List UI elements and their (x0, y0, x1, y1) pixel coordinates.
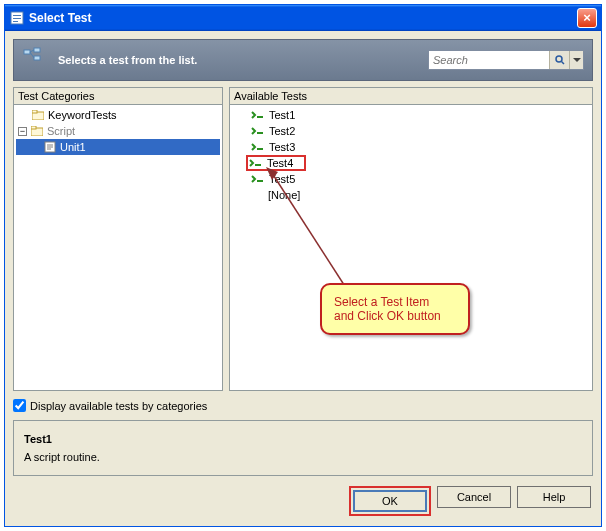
tree-item-script[interactable]: − Script (16, 123, 220, 139)
script-icon (250, 140, 266, 154)
app-icon (9, 10, 25, 26)
tree-label: KeywordTests (48, 109, 116, 121)
button-row: OK Cancel Help (13, 482, 593, 518)
svg-marker-11 (573, 58, 581, 62)
script-icon (250, 172, 266, 186)
collapse-icon[interactable]: − (18, 127, 27, 136)
ok-highlight: OK (349, 486, 431, 516)
tree-label: Script (47, 125, 75, 137)
test-label: [None] (268, 189, 300, 201)
search-dropdown[interactable] (569, 51, 583, 69)
test-item[interactable]: Test3 (232, 139, 590, 155)
svg-rect-2 (13, 18, 21, 19)
search-button[interactable] (549, 51, 569, 69)
categories-tree[interactable]: KeywordTests − Script Uni (14, 105, 222, 390)
select-test-dialog: Select Test × Selects a test from the li… (4, 4, 602, 527)
svg-rect-5 (34, 48, 40, 52)
svg-line-8 (30, 52, 34, 58)
test-item[interactable]: Test2 (232, 123, 590, 139)
cancel-button[interactable]: Cancel (437, 486, 511, 508)
svg-rect-1 (13, 15, 21, 16)
annotation-callout: Select a Test Item and Click OK button (320, 283, 470, 335)
categories-label: Test Categories (14, 88, 222, 105)
folder-icon (30, 109, 46, 121)
svg-rect-3 (13, 21, 18, 22)
tests-label: Available Tests (230, 88, 592, 105)
tree-item-unit1[interactable]: Unit1 (16, 139, 220, 155)
checkbox-input[interactable] (13, 399, 26, 412)
window-title: Select Test (29, 11, 577, 25)
header-text: Selects a test from the list. (58, 54, 428, 66)
display-by-categories-checkbox[interactable]: Display available tests by categories (13, 397, 593, 414)
tree-label: Unit1 (60, 141, 86, 153)
svg-rect-13 (32, 110, 37, 113)
script-icon (250, 108, 266, 122)
script-icon (248, 156, 264, 170)
ok-button[interactable]: OK (353, 490, 427, 512)
svg-rect-6 (34, 56, 40, 60)
test-item[interactable]: Test5 (232, 171, 590, 187)
info-title: Test1 (24, 433, 582, 445)
test-label: Test3 (269, 141, 295, 153)
svg-rect-15 (31, 126, 36, 129)
titlebar[interactable]: Select Test × (5, 5, 601, 31)
svg-line-10 (561, 62, 564, 65)
svg-rect-4 (24, 50, 30, 54)
test-item-highlighted[interactable]: Test4 (246, 155, 306, 171)
checkbox-label: Display available tests by categories (30, 400, 207, 412)
categories-panel: Test Categories KeywordTests − (13, 87, 223, 391)
test-label: Test5 (269, 173, 295, 185)
tests-list[interactable]: Test1 Test2 Test3 (230, 105, 592, 390)
test-label: Test1 (269, 109, 295, 121)
folder-icon (29, 125, 45, 137)
info-description: A script routine. (24, 451, 582, 463)
test-label: Test4 (267, 157, 293, 169)
callout-line: Select a Test Item (334, 295, 456, 309)
info-panel: Test1 A script routine. (13, 420, 593, 476)
callout-line: and Click OK button (334, 309, 456, 323)
help-button[interactable]: Help (517, 486, 591, 508)
test-item-none[interactable]: [None] (232, 187, 590, 203)
tests-icon (22, 46, 50, 74)
close-button[interactable]: × (577, 8, 597, 28)
header-bar: Selects a test from the list. (13, 39, 593, 81)
svg-line-7 (30, 50, 34, 52)
svg-point-9 (556, 56, 562, 62)
search-input[interactable] (429, 51, 549, 69)
script-icon (250, 124, 266, 138)
tree-item-keywordtests[interactable]: KeywordTests (16, 107, 220, 123)
test-item[interactable]: Test1 (232, 107, 590, 123)
unit-icon (42, 141, 58, 153)
test-label: Test2 (269, 125, 295, 137)
tests-panel: Available Tests Test1 Test2 (229, 87, 593, 391)
